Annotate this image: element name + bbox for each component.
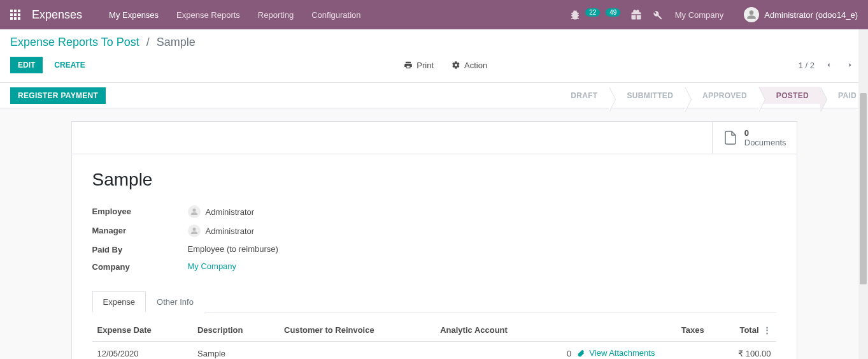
status-row: Register Payment DRAFT SUBMITTED APPROVE…	[0, 83, 868, 108]
print-icon	[404, 61, 413, 70]
paperclip-icon	[576, 349, 585, 358]
discussions-icon[interactable]: 49	[610, 9, 622, 20]
breadcrumb-bar: Expense Reports To Post / Sample	[0, 29, 868, 49]
documents-button[interactable]: 0 Documents	[712, 122, 797, 154]
view-attachments-link[interactable]: View Attachments	[576, 348, 655, 358]
status-step-approved[interactable]: APPROVED	[685, 87, 758, 104]
manager-value: Administrator	[188, 224, 423, 237]
breadcrumb-parent[interactable]: Expense Reports To Post	[10, 36, 139, 48]
col-attachments	[555, 319, 571, 342]
edit-button[interactable]: Edit	[10, 57, 43, 73]
columns-menu-icon[interactable]: ⋮	[763, 325, 771, 335]
cell-attachments: View Attachments	[571, 342, 709, 360]
action-dropdown[interactable]: Action	[452, 61, 487, 70]
gear-icon	[452, 61, 460, 70]
manager-label: Manager	[92, 224, 188, 237]
scrollbar[interactable]	[858, 29, 868, 359]
table-row[interactable]: 12/05/2020 Sample 0 View Attachments	[92, 342, 776, 360]
main-menu: My Expenses Expense Reports Reporting Co…	[101, 6, 368, 24]
discussions-badge: 49	[606, 8, 620, 17]
scrollbar-thumb[interactable]	[860, 93, 867, 284]
status-step-draft[interactable]: DRAFT	[553, 87, 609, 104]
menu-my-expenses[interactable]: My Expenses	[101, 6, 166, 24]
activities-icon[interactable]: 22	[590, 9, 601, 20]
systray: 22 49 My Company Administrator (odoo14_e…	[569, 7, 858, 22]
paidby-label: Paid By	[92, 244, 188, 254]
menu-configuration[interactable]: Configuration	[304, 6, 368, 24]
chevron-left-icon	[825, 61, 832, 69]
create-button[interactable]: Create	[46, 57, 92, 73]
sheet-body: Sample Employee Administrator Manager Ad…	[72, 154, 797, 359]
col-analytic[interactable]: Analytic Account	[435, 319, 555, 342]
chevron-right-icon	[846, 61, 854, 69]
documents-label: Documents	[744, 138, 786, 147]
pager-prev[interactable]	[821, 57, 836, 73]
person-icon	[188, 205, 201, 218]
tab-expense[interactable]: Expense	[92, 291, 146, 312]
record-title: Sample	[92, 170, 776, 190]
breadcrumb-current: Sample	[157, 36, 196, 48]
controls-bar: Edit Create Print Action 1 / 2	[0, 49, 868, 83]
document-icon	[723, 130, 738, 145]
register-payment-button[interactable]: Register Payment	[10, 87, 106, 104]
app-brand[interactable]: Expenses	[32, 8, 82, 22]
paidby-value: Employee (to reimburse)	[188, 244, 423, 254]
cell-taxes: 0	[555, 342, 571, 360]
col-date[interactable]: Expense Date	[92, 319, 192, 342]
fields-grid: Employee Administrator Manager Administr…	[92, 205, 423, 272]
cell-description: Sample	[192, 342, 279, 360]
form-sheet: 0 Documents Sample Employee Administrato…	[71, 121, 797, 359]
employee-label: Employee	[92, 205, 188, 218]
col-description[interactable]: Description	[192, 319, 279, 342]
col-total-label: Total	[739, 325, 758, 335]
person-icon	[188, 224, 201, 237]
documents-count: 0	[744, 128, 786, 138]
cell-customer	[279, 342, 435, 360]
company-label: Company	[92, 261, 188, 272]
view-attachments-label: View Attachments	[589, 348, 655, 358]
print-label: Print	[416, 61, 434, 70]
user-menu[interactable]: Administrator (odoo14_e)	[744, 7, 858, 22]
apps-icon[interactable]	[10, 10, 20, 20]
col-total[interactable]: Total⋮	[709, 319, 776, 342]
status-step-posted[interactable]: POSTED	[758, 87, 820, 104]
tools-icon[interactable]	[651, 9, 662, 20]
tab-other-info[interactable]: Other Info	[146, 291, 204, 312]
tabs: Expense Other Info	[92, 291, 776, 312]
pager-text: 1 / 2	[799, 61, 815, 70]
gift-icon[interactable]	[630, 9, 642, 20]
breadcrumb-separator: /	[146, 36, 150, 48]
menu-expense-reports[interactable]: Expense Reports	[169, 6, 248, 24]
pager: 1 / 2	[799, 57, 858, 73]
center-controls: Print Action	[404, 61, 487, 70]
user-name: Administrator (odoo14_e)	[764, 10, 858, 20]
menu-reporting[interactable]: Reporting	[250, 6, 301, 24]
pager-next[interactable]	[843, 57, 858, 73]
cell-date: 12/05/2020	[92, 342, 192, 360]
cell-analytic	[435, 342, 555, 360]
action-label: Action	[464, 61, 487, 70]
tab-pane-expense: Expense Date Description Customer to Rei…	[92, 312, 776, 359]
documents-text: 0 Documents	[744, 128, 786, 147]
company-selector[interactable]: My Company	[675, 10, 724, 20]
breadcrumb: Expense Reports To Post / Sample	[10, 36, 196, 49]
company-value: My Company	[188, 261, 423, 272]
employee-value-text: Administrator	[206, 207, 255, 217]
employee-value: Administrator	[188, 205, 423, 218]
activities-badge: 22	[585, 8, 600, 17]
table-header-row: Expense Date Description Customer to Rei…	[92, 319, 776, 342]
col-customer[interactable]: Customer to Reinvoice	[279, 319, 435, 342]
sheet-top: 0 Documents	[72, 122, 797, 154]
status-steps: DRAFT SUBMITTED APPROVED POSTED PAID	[553, 87, 868, 104]
cell-total: ₹ 100.00	[709, 342, 776, 360]
col-taxes[interactable]: Taxes	[571, 319, 709, 342]
avatar-icon	[744, 7, 759, 22]
expense-lines-table: Expense Date Description Customer to Rei…	[92, 319, 776, 359]
bug-icon[interactable]	[569, 9, 581, 20]
company-link[interactable]: My Company	[188, 261, 237, 271]
status-step-submitted[interactable]: SUBMITTED	[609, 87, 685, 104]
main-wrap: 0 Documents Sample Employee Administrato…	[0, 108, 868, 359]
manager-value-text: Administrator	[206, 226, 255, 236]
print-dropdown[interactable]: Print	[404, 61, 434, 70]
top-nav: Expenses My Expenses Expense Reports Rep…	[0, 0, 868, 29]
